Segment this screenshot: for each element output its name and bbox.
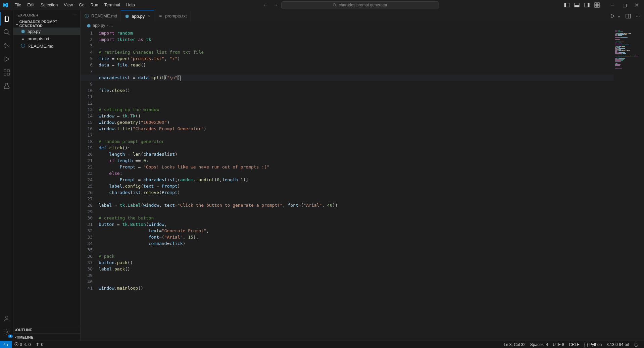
tab-label: prompts.txt bbox=[165, 13, 187, 18]
indentation-status[interactable]: Spaces: 4 bbox=[528, 341, 550, 348]
code-area[interactable]: import randomimport tkinter as tk # retr… bbox=[99, 29, 614, 341]
svg-point-22 bbox=[6, 331, 8, 333]
run-debug-icon[interactable] bbox=[0, 52, 13, 66]
file-label: prompts.txt bbox=[28, 36, 49, 41]
svg-rect-20 bbox=[7, 70, 9, 72]
python-file-icon: ⬢ bbox=[86, 23, 91, 28]
error-icon: ⓧ bbox=[14, 342, 18, 347]
minimize-button[interactable]: ─ bbox=[606, 0, 618, 10]
menu-run[interactable]: Run bbox=[88, 1, 101, 9]
nav-forward-icon[interactable]: → bbox=[273, 2, 279, 8]
sidebar-title: EXPLORER bbox=[17, 13, 38, 17]
file-item-app[interactable]: ⬢ app.py bbox=[13, 28, 80, 35]
svg-rect-18 bbox=[4, 73, 6, 75]
svg-point-15 bbox=[4, 47, 6, 48]
svg-point-12 bbox=[4, 30, 8, 34]
menu-edit[interactable]: Edit bbox=[24, 1, 38, 9]
title-bar: File Edit Selection View Go Run Terminal… bbox=[0, 0, 644, 10]
toggle-right-sidebar-icon[interactable] bbox=[584, 2, 590, 8]
menu-go[interactable]: Go bbox=[76, 1, 88, 9]
problems-status[interactable]: ⓧ0 ⚠0 bbox=[12, 341, 33, 348]
svg-point-16 bbox=[8, 45, 9, 47]
svg-line-13 bbox=[7, 33, 9, 35]
antenna-icon bbox=[35, 342, 40, 347]
sidebar-more-icon[interactable]: ⋯ bbox=[72, 13, 76, 17]
explorer-icon[interactable] bbox=[0, 12, 13, 26]
tab-actions: ⌄ ⋯ bbox=[610, 10, 644, 22]
project-root[interactable]: ⌄ CHARADES PROMPT GENERATOR bbox=[13, 20, 80, 28]
svg-rect-19 bbox=[7, 73, 9, 75]
notifications-icon[interactable] bbox=[631, 341, 641, 348]
breadcrumb-file: app.py bbox=[93, 23, 105, 28]
language-mode[interactable]: { }Python bbox=[582, 341, 604, 348]
search-activity-icon[interactable] bbox=[0, 26, 13, 39]
tab-prompts[interactable]: ≡ prompts.txt bbox=[154, 10, 190, 22]
run-dropdown-icon[interactable]: ⌄ bbox=[617, 13, 621, 18]
run-file-icon[interactable] bbox=[610, 13, 615, 19]
python-file-icon: ⬢ bbox=[124, 13, 130, 19]
svg-rect-9 bbox=[597, 3, 599, 5]
python-interpreter[interactable]: 3.13.0 64-bit bbox=[604, 341, 631, 348]
editor-region: ⓘ README.md ⬢ app.py × ≡ prompts.txt ⌄ ⋯… bbox=[81, 10, 644, 341]
outline-label: OUTLINE bbox=[16, 328, 32, 332]
eol-status[interactable]: CRLF bbox=[566, 341, 582, 348]
file-item-prompts[interactable]: ≡ prompts.txt bbox=[13, 35, 80, 42]
tab-label: app.py bbox=[132, 14, 145, 19]
layout-controls bbox=[564, 2, 600, 8]
menu-help[interactable]: Help bbox=[123, 1, 138, 9]
nav-arrows: ← → bbox=[263, 2, 279, 8]
text-file-icon: ≡ bbox=[20, 36, 26, 41]
minimap[interactable] bbox=[614, 29, 644, 341]
search-text: charades prompt generator bbox=[339, 3, 387, 7]
menu-file[interactable]: File bbox=[11, 1, 24, 9]
customize-layout-icon[interactable] bbox=[594, 2, 600, 8]
svg-rect-11 bbox=[597, 5, 599, 7]
breadcrumb[interactable]: ⬢ app.py › ... bbox=[81, 22, 644, 29]
activity-bar: 1 bbox=[0, 10, 13, 341]
file-label: app.py bbox=[28, 29, 41, 34]
status-right: Ln 8, Col 32 Spaces: 4 UTF-8 CRLF { }Pyt… bbox=[501, 341, 644, 348]
maximize-button[interactable]: ▢ bbox=[618, 0, 631, 10]
extensions-icon[interactable] bbox=[0, 66, 13, 79]
info-file-icon: ⓘ bbox=[20, 43, 26, 49]
more-actions-icon[interactable]: ⋯ bbox=[636, 13, 640, 18]
accounts-icon[interactable] bbox=[0, 312, 13, 325]
text-file-icon: ≡ bbox=[158, 13, 163, 19]
sidebar-header: EXPLORER ⋯ bbox=[13, 10, 80, 20]
toggle-panel-icon[interactable] bbox=[574, 2, 580, 8]
svg-line-1 bbox=[336, 6, 337, 7]
source-control-icon[interactable] bbox=[0, 39, 13, 52]
toggle-sidebar-icon[interactable] bbox=[564, 2, 569, 8]
tab-app[interactable]: ⬢ app.py × bbox=[121, 10, 154, 22]
nav-back-icon[interactable]: ← bbox=[263, 2, 268, 8]
sidebar: EXPLORER ⋯ ⌄ CHARADES PROMPT GENERATOR ⬢… bbox=[13, 10, 81, 341]
tab-close-icon[interactable]: × bbox=[148, 13, 151, 19]
status-left: ⓧ0 ⚠0 0 bbox=[0, 341, 46, 348]
title-center: ← → charades prompt generator bbox=[138, 1, 564, 9]
ports-status[interactable]: 0 bbox=[33, 341, 46, 348]
timeline-section[interactable]: › TIMELINE bbox=[13, 333, 80, 341]
file-item-readme[interactable]: ⓘ README.md bbox=[13, 42, 80, 50]
tab-label: README.md bbox=[91, 13, 117, 18]
breadcrumb-sep: › bbox=[107, 23, 108, 28]
svg-rect-3 bbox=[564, 3, 566, 7]
python-file-icon: ⬢ bbox=[20, 29, 26, 34]
tab-readme[interactable]: ⓘ README.md bbox=[81, 10, 121, 22]
settings-gear-icon[interactable]: 1 bbox=[0, 325, 13, 339]
main-content: 1 EXPLORER ⋯ ⌄ CHARADES PROMPT GENERATOR… bbox=[0, 10, 644, 341]
encoding-status[interactable]: UTF-8 bbox=[550, 341, 566, 348]
breadcrumb-rest: ... bbox=[109, 23, 113, 28]
cursor-position[interactable]: Ln 8, Col 32 bbox=[501, 341, 528, 348]
svg-rect-8 bbox=[595, 3, 597, 5]
remote-indicator[interactable] bbox=[0, 341, 12, 348]
testing-icon[interactable] bbox=[0, 79, 13, 93]
menu-selection[interactable]: Selection bbox=[38, 1, 61, 9]
menu-terminal[interactable]: Terminal bbox=[101, 1, 123, 9]
outline-section[interactable]: › OUTLINE bbox=[13, 326, 80, 333]
timeline-label: TIMELINE bbox=[16, 335, 33, 339]
editor-body[interactable]: 1234567891011121314151617181920212223242… bbox=[81, 29, 644, 341]
menu-view[interactable]: View bbox=[61, 1, 76, 9]
split-editor-icon[interactable] bbox=[626, 13, 631, 19]
close-button[interactable]: ✕ bbox=[631, 0, 643, 10]
command-center[interactable]: charades prompt generator bbox=[281, 1, 439, 9]
